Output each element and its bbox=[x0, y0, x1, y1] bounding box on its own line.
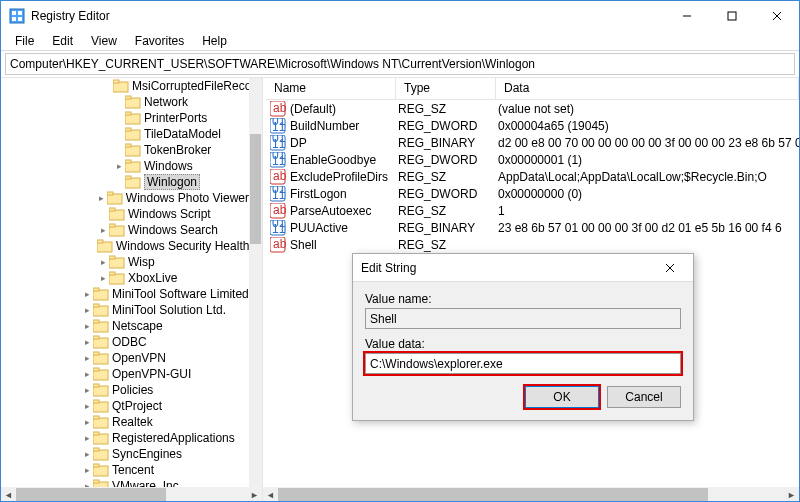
value-row[interactable]: DPREG_BINARYd2 00 e8 00 70 00 00 00 00 0… bbox=[266, 134, 799, 151]
tree-item[interactable]: ▸ODBC bbox=[1, 334, 249, 350]
scrollbar-thumb[interactable] bbox=[278, 488, 708, 502]
tree-item[interactable]: ▸Windows Photo Viewer bbox=[1, 190, 249, 206]
tree-item[interactable]: PrinterPorts bbox=[1, 110, 249, 126]
expand-icon[interactable]: ▸ bbox=[81, 448, 93, 460]
tree-item-label: MsiCorruptedFileRecovery bbox=[132, 79, 249, 93]
expand-icon[interactable]: ▸ bbox=[81, 320, 93, 332]
tree-item[interactable]: ▸Realtek bbox=[1, 414, 249, 430]
tree-item[interactable]: ▸SyncEngines bbox=[1, 446, 249, 462]
value-name: EnableGoodbye bbox=[290, 153, 398, 167]
tree-vertical-scrollbar[interactable] bbox=[249, 78, 262, 487]
column-header-data[interactable]: Data bbox=[496, 78, 799, 99]
expand-icon[interactable]: ▸ bbox=[81, 336, 93, 348]
tree-item[interactable]: ▸OpenVPN bbox=[1, 350, 249, 366]
folder-icon bbox=[125, 159, 141, 173]
tree-item-label: Windows bbox=[144, 159, 193, 173]
folder-icon bbox=[93, 415, 109, 429]
app-icon bbox=[9, 8, 25, 24]
expand-icon[interactable]: ▸ bbox=[97, 192, 107, 204]
tree-item[interactable]: ▸XboxLive bbox=[1, 270, 249, 286]
expand-icon[interactable]: ▸ bbox=[97, 272, 109, 284]
string-value-icon bbox=[270, 237, 286, 253]
list-horizontal-scrollbar[interactable]: ◄ ► bbox=[263, 487, 799, 502]
folder-icon bbox=[125, 95, 141, 109]
tree-item[interactable]: ▸Windows Search bbox=[1, 222, 249, 238]
menu-help[interactable]: Help bbox=[194, 32, 235, 50]
expand-icon[interactable]: ▸ bbox=[81, 368, 93, 380]
value-name-input[interactable] bbox=[365, 308, 681, 329]
value-data-input[interactable] bbox=[365, 353, 681, 374]
column-header-type[interactable]: Type bbox=[396, 78, 496, 99]
column-header-name[interactable]: Name bbox=[266, 78, 396, 99]
value-row[interactable]: FirstLogonREG_DWORD0x00000000 (0) bbox=[266, 185, 799, 202]
value-row[interactable]: ShellREG_SZ bbox=[266, 236, 799, 253]
folder-icon bbox=[93, 367, 109, 381]
value-type: REG_SZ bbox=[398, 102, 498, 116]
tree-item[interactable]: ▸MiniTool Software Limited bbox=[1, 286, 249, 302]
menu-edit[interactable]: Edit bbox=[44, 32, 81, 50]
tree-item[interactable]: ▸VMware, Inc. bbox=[1, 478, 249, 487]
tree-item[interactable]: TokenBroker bbox=[1, 142, 249, 158]
tree-item[interactable]: Winlogon bbox=[1, 174, 249, 190]
expand-icon[interactable]: ▸ bbox=[81, 464, 93, 476]
expand-icon[interactable]: ▸ bbox=[81, 288, 93, 300]
expand-icon[interactable]: ▸ bbox=[81, 480, 93, 487]
value-name: (Default) bbox=[290, 102, 398, 116]
menu-view[interactable]: View bbox=[83, 32, 125, 50]
tree-item[interactable]: ▸Windows bbox=[1, 158, 249, 174]
value-row[interactable]: (Default)REG_SZ(value not set) bbox=[266, 100, 799, 117]
value-row[interactable]: ParseAutoexecREG_SZ1 bbox=[266, 202, 799, 219]
value-row[interactable]: BuildNumberREG_DWORD0x00004a65 (19045) bbox=[266, 117, 799, 134]
close-button[interactable] bbox=[754, 1, 799, 31]
tree-horizontal-scrollbar[interactable]: ◄ ► bbox=[1, 487, 263, 502]
maximize-button[interactable] bbox=[709, 1, 754, 31]
cancel-button[interactable]: Cancel bbox=[607, 386, 681, 408]
binary-value-icon bbox=[270, 186, 286, 202]
binary-value-icon bbox=[270, 220, 286, 236]
tree-item[interactable]: Network bbox=[1, 94, 249, 110]
tree-item[interactable]: ▸Tencent bbox=[1, 462, 249, 478]
value-row[interactable]: EnableGoodbyeREG_DWORD0x00000001 (1) bbox=[266, 151, 799, 168]
tree-item[interactable]: MsiCorruptedFileRecovery bbox=[1, 78, 249, 94]
tree-item[interactable]: Windows Script bbox=[1, 206, 249, 222]
expand-icon[interactable]: ▸ bbox=[81, 400, 93, 412]
tree-item[interactable]: ▸QtProject bbox=[1, 398, 249, 414]
value-row[interactable]: ExcludeProfileDirsREG_SZAppData\Local;Ap… bbox=[266, 168, 799, 185]
expand-icon[interactable]: ▸ bbox=[97, 224, 109, 236]
menu-file[interactable]: File bbox=[7, 32, 42, 50]
folder-icon bbox=[109, 223, 125, 237]
expand-icon[interactable]: ▸ bbox=[97, 256, 109, 268]
scrollbar-thumb[interactable] bbox=[250, 134, 261, 244]
expand-icon[interactable]: ▸ bbox=[113, 160, 125, 172]
dialog-title-bar[interactable]: Edit String bbox=[353, 254, 693, 282]
value-name-label: Value name: bbox=[365, 292, 681, 306]
list-header: Name Type Data bbox=[266, 78, 799, 100]
value-row[interactable]: PUUActiveREG_BINARY23 e8 6b 57 01 00 00 … bbox=[266, 219, 799, 236]
tree-item[interactable]: Windows Security Health bbox=[1, 238, 249, 254]
minimize-button[interactable] bbox=[664, 1, 709, 31]
address-bar[interactable]: Computer\HKEY_CURRENT_USER\SOFTWARE\Micr… bbox=[5, 53, 795, 75]
expand-icon[interactable]: ▸ bbox=[81, 352, 93, 364]
tree-item-label: VMware, Inc. bbox=[112, 479, 182, 487]
svg-rect-2 bbox=[18, 11, 22, 15]
tree-item[interactable]: ▸Netscape bbox=[1, 318, 249, 334]
expand-icon[interactable]: ▸ bbox=[81, 416, 93, 428]
value-type: REG_SZ bbox=[398, 238, 498, 252]
tree-item[interactable]: ▸OpenVPN-GUI bbox=[1, 366, 249, 382]
expand-icon[interactable]: ▸ bbox=[81, 384, 93, 396]
tree-pane[interactable]: MsiCorruptedFileRecoveryNetworkPrinterPo… bbox=[1, 78, 263, 487]
scrollbar-thumb[interactable] bbox=[16, 488, 166, 502]
tree-item[interactable]: ▸Wisp bbox=[1, 254, 249, 270]
dialog-close-button[interactable] bbox=[655, 260, 685, 276]
folder-icon bbox=[93, 479, 109, 487]
expand-icon[interactable]: ▸ bbox=[81, 304, 93, 316]
ok-button[interactable]: OK bbox=[525, 386, 599, 408]
tree-item-label: SyncEngines bbox=[112, 447, 182, 461]
tree-item[interactable]: TileDataModel bbox=[1, 126, 249, 142]
tree-item[interactable]: ▸MiniTool Solution Ltd. bbox=[1, 302, 249, 318]
menu-favorites[interactable]: Favorites bbox=[127, 32, 192, 50]
tree-item[interactable]: ▸Policies bbox=[1, 382, 249, 398]
tree-item-label: MiniTool Software Limited bbox=[112, 287, 249, 301]
tree-item[interactable]: ▸RegisteredApplications bbox=[1, 430, 249, 446]
expand-icon[interactable]: ▸ bbox=[81, 432, 93, 444]
